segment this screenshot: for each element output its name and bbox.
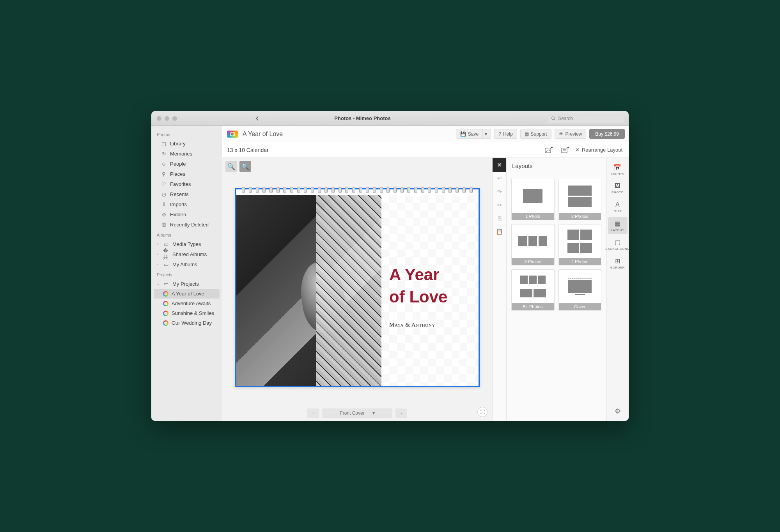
next-page-button[interactable]: › — [395, 408, 407, 418]
sidebar-item-people[interactable]: ☺People — [151, 159, 222, 169]
sidebar-item-favorites[interactable]: ♡Favorites — [151, 179, 222, 189]
rearrange-layout-button[interactable]: ✕Rearrange Layout — [575, 147, 622, 153]
redo-button[interactable]: ↷ — [493, 185, 507, 198]
svg-text:+: + — [551, 147, 553, 150]
undo-button[interactable]: ↶ — [493, 172, 507, 185]
sidebar-header-albums: Albums — [151, 230, 222, 239]
app-logo-icon — [227, 131, 238, 138]
sidebar-item-memories[interactable]: ↻Memories — [151, 148, 222, 159]
project-icon — [163, 291, 168, 297]
buy-button[interactable]: Buy $26.99 — [589, 129, 625, 139]
calendar-page[interactable]: A Yearof Love Maya & Anthony — [235, 188, 480, 387]
window-title: Photos - Mimeo Photos — [177, 115, 548, 121]
cover-title[interactable]: A Yearof Love — [389, 264, 470, 308]
sidebar-item-imports[interactable]: ⇩Imports — [151, 199, 222, 209]
background-icon: ▢ — [615, 239, 621, 246]
search-input[interactable]: Search — [548, 114, 624, 123]
add-photo-button[interactable]: + — [542, 145, 555, 156]
expand-button[interactable]: ⛶ — [477, 407, 488, 417]
layout-cover[interactable]: Cover — [558, 269, 602, 311]
search-icon — [551, 116, 556, 121]
rail-border[interactable]: ⊞BORDER — [608, 255, 628, 272]
product-label: 13 x 10 Calendar — [227, 147, 539, 153]
settings-button[interactable]: ⚙ — [615, 407, 621, 415]
text-icon: A — [615, 201, 620, 208]
sidebar-project-our-wedding-day[interactable]: Our Wedding Day — [151, 318, 222, 328]
cover-text-area[interactable]: A Yearof Love Maya & Anthony — [381, 195, 478, 386]
folder-icon: ▭ — [163, 261, 169, 267]
project-icon — [163, 320, 168, 326]
canvas-area: 🔍 🔍 A Yearof Love — [222, 158, 492, 421]
search-placeholder: Search — [558, 116, 573, 121]
sidebar-item-shared-albums[interactable]: ›�共Shared Albums — [151, 249, 222, 259]
layout-4-photos[interactable]: 4 Photos — [558, 224, 602, 265]
sidebar-item-places[interactable]: ⚲Places — [151, 169, 222, 179]
rail-text[interactable]: ATEXT — [608, 198, 628, 216]
sidebar-item-my-projects[interactable]: ⌄▭My Projects — [151, 279, 222, 289]
help-button[interactable]: ?Help — [494, 129, 517, 139]
project-icon — [163, 301, 168, 306]
photo-icon: 🖼 — [614, 182, 621, 189]
chevron-down-icon: ▾ — [372, 410, 375, 416]
toolbar-product: 13 x 10 Calendar + + ✕Rearrange Layout — [222, 142, 629, 158]
layout-3-photos[interactable]: 3 Photos — [511, 224, 555, 265]
layout-5plus-photos[interactable]: 5+ Photos — [511, 269, 555, 311]
sidebar-item-media-types[interactable]: ›▭Media Types — [151, 239, 222, 249]
layout-2-photos[interactable]: 2 Photos — [558, 179, 602, 220]
right-rail: 📅EVENTS 🖼PHOTO ATEXT ▦LAYOUT ▢BACKGROUND… — [606, 158, 629, 421]
sidebar-item-library[interactable]: ▢Library — [151, 138, 222, 148]
clock-icon: ◷ — [161, 191, 167, 197]
body: Photos ▢Library ↻Memories ☺People ⚲Place… — [151, 126, 629, 421]
support-button[interactable]: ▤Support — [520, 129, 551, 139]
project-title: A Year of Love — [243, 131, 453, 138]
folder-icon: ▭ — [163, 281, 169, 287]
layout-icon: ▦ — [615, 220, 621, 227]
close-dot[interactable] — [157, 116, 161, 121]
eye-icon: 👁 — [559, 131, 564, 137]
trash-icon: 🗑 — [161, 221, 167, 228]
app-window: Photos - Mimeo Photos Search Photos ▢Lib… — [151, 111, 629, 421]
rail-layout[interactable]: ▦LAYOUT — [608, 217, 628, 234]
cover-subtitle[interactable]: Maya & Anthony — [389, 322, 470, 328]
sidebar-item-recents[interactable]: ◷Recents — [151, 189, 222, 199]
preview-button[interactable]: 👁Preview — [555, 129, 587, 139]
layout-1-photo[interactable]: 1 Photo — [511, 179, 555, 220]
project-icon — [163, 311, 168, 316]
minimize-dot[interactable] — [165, 116, 169, 121]
sidebar-item-hidden[interactable]: ⊘Hidden — [151, 209, 222, 219]
svg-text:+: + — [567, 147, 569, 150]
add-text-button[interactable]: + — [559, 145, 571, 156]
prev-page-button[interactable]: ‹ — [307, 408, 319, 418]
edit-tools-strip: ✕ ↶ ↷ ✂ ⎘ 📋 — [492, 158, 506, 421]
heart-icon: ♡ — [161, 181, 167, 187]
page-selector[interactable]: Front Cover▾ — [322, 408, 392, 418]
paste-button[interactable]: 📋 — [493, 225, 507, 238]
save-icon: 💾 — [460, 131, 466, 137]
cut-button[interactable]: ✂ — [493, 198, 507, 212]
rail-background[interactable]: ▢BACKGROUND — [608, 236, 628, 253]
memories-icon: ↻ — [161, 150, 167, 157]
sidebar-project-a-year-of-love[interactable]: A Year of Love — [154, 289, 220, 299]
save-dropdown[interactable]: ▾ — [482, 129, 489, 138]
close-panel-button[interactable]: ✕ — [493, 158, 507, 172]
rail-photo[interactable]: 🖼PHOTO — [608, 180, 628, 197]
sidebar-header-projects: Projects — [151, 269, 222, 279]
rail-events[interactable]: 📅EVENTS — [608, 161, 628, 178]
sidebar-project-adventure-awaits[interactable]: Adventure Awaits — [151, 299, 222, 308]
sidebar-item-recently-deleted[interactable]: 🗑Recently Deleted — [151, 219, 222, 230]
sidebar-project-sunshine-smiles[interactable]: Sunshine & Smiles — [151, 308, 222, 318]
back-button[interactable] — [251, 114, 263, 123]
copy-button[interactable]: ⎘ — [493, 212, 507, 225]
calendar-body: A Yearof Love Maya & Anthony — [236, 195, 479, 386]
zoom-in-button[interactable]: 🔍 — [239, 161, 251, 172]
main: A Year of Love 💾Save▾ ?Help ▤Support 👁Pr… — [222, 126, 629, 421]
shuffle-icon: ✕ — [575, 147, 580, 153]
sidebar-item-my-albums[interactable]: ›▭My Albums — [151, 259, 222, 269]
zoom-dot[interactable] — [172, 116, 177, 121]
svg-rect-4 — [562, 148, 567, 153]
sidebar-header-photos: Photos — [151, 129, 222, 138]
zoom-out-button[interactable]: 🔍 — [225, 161, 237, 172]
folder-icon: ▭ — [163, 241, 169, 247]
cover-photo[interactable] — [236, 195, 382, 386]
save-button[interactable]: 💾Save▾ — [456, 129, 491, 139]
